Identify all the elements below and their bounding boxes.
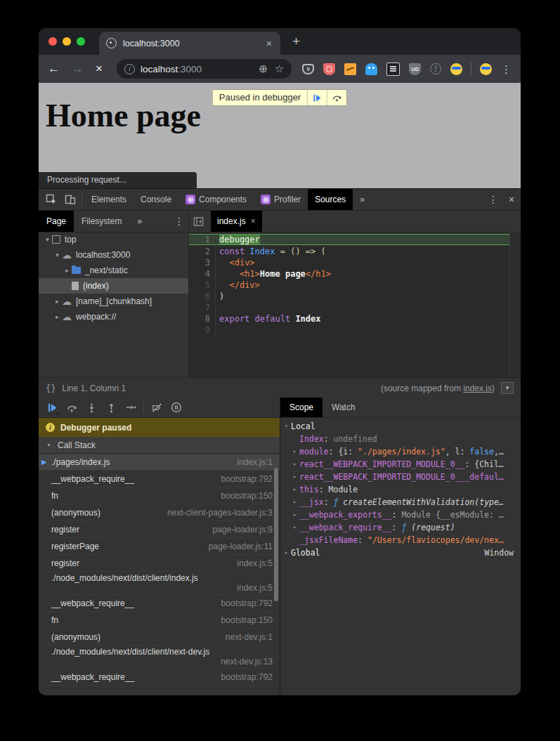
tree-item-localhost-3000[interactable]: ▾☁localhost:3000 <box>39 247 188 263</box>
call-stack-frame-register[interactable]: registerindex.js:5 <box>39 555 280 572</box>
code-line-6[interactable]: 6) <box>189 291 509 302</box>
scope-entry[interactable]: ▸__jsx: ƒ createElementWithValidation(ty… <box>280 496 521 509</box>
call-stack-frame-registerpage[interactable]: registerPagepage-loader.js:11 <box>39 538 280 555</box>
ublock-extension-icon[interactable]: UD <box>409 63 421 75</box>
scope-tab-watch[interactable]: Watch <box>323 398 365 417</box>
code-line-5[interactable]: 5 </div> <box>189 280 509 291</box>
collapse-sidebar-icon[interactable] <box>189 212 208 230</box>
step-out-icon[interactable] <box>102 399 120 416</box>
scope-entry[interactable]: ▸module: {i: "./pages/index.js", l: fals… <box>280 445 521 458</box>
devtools-tab-console[interactable]: Console <box>134 189 178 210</box>
disclosure-arrow-icon[interactable]: ▸ <box>290 483 299 496</box>
tree-item-index[interactable]: (index) <box>39 278 188 294</box>
scope-entry[interactable]: ▸GlobalWindow <box>280 546 521 559</box>
call-stack-frame-node-modules-next-dist-client-index-js[interactable]: ./node_modules/next/dist/client/index.js… <box>39 572 280 595</box>
devtools-close-icon[interactable]: × <box>502 194 521 205</box>
line-number[interactable]: 4 <box>189 268 216 280</box>
ghostery-extension-icon[interactable] <box>365 63 377 75</box>
profile-avatar-icon[interactable] <box>480 63 492 75</box>
code-line-2[interactable]: 2const Index = () => ( <box>189 246 509 257</box>
navigator-tab-page[interactable]: Page <box>39 211 74 232</box>
navigator-tab-filesystem[interactable]: Filesystem <box>74 211 129 232</box>
browser-menu-icon[interactable]: ⋮ <box>501 64 512 74</box>
disclosure-arrow-icon[interactable]: ▾ <box>53 251 62 258</box>
call-stack-scrollbar[interactable] <box>274 468 278 601</box>
close-window-button[interactable] <box>48 37 57 46</box>
devtools-tab-profiler[interactable]: Profiler <box>254 189 308 210</box>
navigator-menu-icon[interactable]: ⋮ <box>170 216 188 227</box>
call-stack-frame-pages-index-js[interactable]: ▶./pages/index.jsindex.js:1 <box>39 454 280 471</box>
line-number[interactable]: 9 <box>189 324 216 336</box>
adguard-extension-icon[interactable] <box>323 63 335 75</box>
navigator-tab-more[interactable]: » <box>129 211 150 232</box>
inspect-element-icon[interactable] <box>41 190 60 209</box>
source-mapped-file-link[interactable]: index.js <box>463 383 492 393</box>
pretty-print-icon[interactable]: {} <box>46 383 56 393</box>
devtools-tab-more[interactable]: » <box>353 189 372 210</box>
step-icon[interactable] <box>122 399 140 416</box>
address-bar[interactable]: i localhost:3000 ⊕ ☆ <box>117 59 292 79</box>
call-stack-frame-node-modules-next-dist-client-next-dev-js[interactable]: ./node_modules/next/dist/client/next-dev… <box>39 645 280 669</box>
scope-entry[interactable]: ▸this: Module <box>280 483 521 496</box>
new-tab-button[interactable]: + <box>292 34 300 49</box>
call-stack-frame-fn[interactable]: fnbootstrap:150 <box>39 487 280 504</box>
devtools-tab-sources[interactable]: Sources <box>308 189 353 210</box>
scope-entry[interactable]: ▸__webpack_exports__: Module {__esModule… <box>280 509 521 521</box>
disclosure-arrow-icon[interactable]: ▸ <box>282 546 291 559</box>
code-line-9[interactable]: 9 <box>189 324 509 336</box>
devtools-menu-icon[interactable]: ⋮ <box>484 194 502 205</box>
disclosure-arrow-icon[interactable]: ▸ <box>290 509 299 521</box>
code-line-4[interactable]: 4 <h1>Home page</h1> <box>189 268 509 280</box>
disclosure-arrow-icon[interactable]: ▸ <box>290 458 299 471</box>
forward-icon[interactable]: → <box>72 62 84 76</box>
disclosure-arrow-icon[interactable]: ▾ <box>43 236 52 243</box>
step-into-icon[interactable] <box>82 399 100 416</box>
editor-scrollbar[interactable] <box>509 232 521 377</box>
call-stack-frame-webpack-require[interactable]: __webpack_require__bootstrap:792 <box>39 669 280 686</box>
line-number[interactable]: 2 <box>189 246 216 257</box>
zoom-window-button[interactable] <box>77 37 85 46</box>
devtools-tab-components[interactable]: Components <box>178 189 254 210</box>
code-line-7[interactable]: 7 <box>189 302 509 313</box>
scope-entry[interactable]: ▸__webpack_require__: ƒ (request) <box>280 521 521 534</box>
pocket-extension-icon[interactable]: ∨ <box>302 64 314 74</box>
stop-icon[interactable]: × <box>96 62 103 76</box>
analytics-extension-icon[interactable] <box>344 63 356 75</box>
line-number[interactable]: 6 <box>189 291 216 302</box>
reader-extension-icon[interactable] <box>386 63 400 76</box>
site-info-icon[interactable]: i <box>124 64 135 74</box>
scope-entry[interactable]: Index: undefined <box>280 433 521 445</box>
code-editor[interactable]: 1debugger2const Index = () => (3 <div>4 … <box>189 232 521 377</box>
alert-extension-icon[interactable]: ! <box>430 63 441 74</box>
disclosure-arrow-icon[interactable]: ▸ <box>290 496 299 509</box>
call-stack-frame-anonymous[interactable]: (anonymous)next-dev.js:1 <box>39 629 280 645</box>
call-stack-frame-webpack-require[interactable]: __webpack_require__bootstrap:792 <box>39 471 280 487</box>
call-stack-frame-register[interactable]: registerpage-loader.js:9 <box>39 521 280 538</box>
code-line-8[interactable]: 8export default Index <box>189 313 509 324</box>
scope-entry[interactable]: _jsxFileName: "/Users/flaviocopes/dev/ne… <box>280 534 521 546</box>
line-number[interactable]: 8 <box>189 313 216 324</box>
disclosure-arrow-icon[interactable]: ▸ <box>53 298 62 305</box>
expand-panel-icon[interactable]: ▼ <box>501 382 514 394</box>
devtools-tab-elements[interactable]: Elements <box>84 189 134 210</box>
call-stack-frame-webpack-require[interactable]: __webpack_require__bootstrap:792 <box>39 595 280 612</box>
step-over-button[interactable] <box>327 90 346 105</box>
tree-item-name-chunkhash[interactable]: ▸☁[name]_[chunkhash] <box>39 294 188 309</box>
bookmark-star-icon[interactable]: ☆ <box>275 63 284 75</box>
code-line-1[interactable]: 1debugger <box>189 234 509 245</box>
call-stack-frame-anonymous[interactable]: (anonymous)next-client-pages-loader.js:3 <box>39 504 280 521</box>
disclosure-arrow-icon[interactable]: ▸ <box>290 445 299 458</box>
call-stack-frame-fn[interactable]: fnbootstrap:150 <box>39 612 280 629</box>
call-stack-header[interactable]: ▾ Call Stack <box>39 437 280 454</box>
deactivate-breakpoints-icon[interactable] <box>148 399 166 416</box>
resume-icon[interactable] <box>43 399 61 416</box>
step-over-icon[interactable] <box>63 399 81 416</box>
disclosure-arrow-icon[interactable]: ▸ <box>290 471 299 483</box>
disclosure-arrow-icon[interactable]: ▸ <box>63 267 72 274</box>
code-line-3[interactable]: 3 <div> <box>189 257 509 268</box>
minimize-window-button[interactable] <box>63 37 71 46</box>
line-number[interactable]: 3 <box>189 257 216 268</box>
device-toolbar-icon[interactable] <box>60 190 79 209</box>
line-number[interactable]: 7 <box>189 302 216 313</box>
file-tab-indexjs[interactable]: index.js × <box>211 211 262 232</box>
